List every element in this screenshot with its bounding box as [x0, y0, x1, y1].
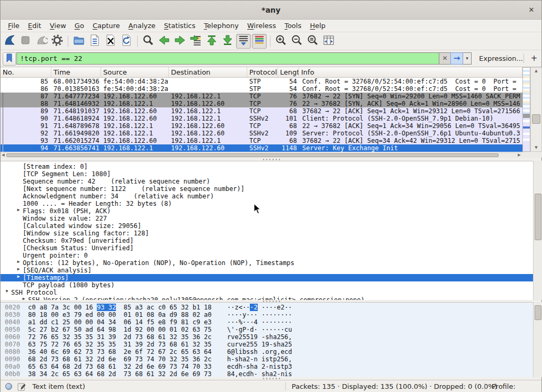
restart-capture-button[interactable]	[34, 34, 49, 49]
menu-item[interactable]: Edit	[24, 20, 46, 32]
menu-item[interactable]: File	[4, 20, 24, 32]
detail-line[interactable]: ▼ SSH Protocol	[1, 289, 533, 296]
expander-icon[interactable]: ▶	[14, 274, 23, 281]
expander-icon[interactable]	[14, 281, 23, 289]
hex-ascii[interactable]: curve255 19-sha25	[223, 341, 292, 348]
hex-ascii[interactable]: ···%···4 ········	[223, 318, 292, 326]
expander-icon[interactable]	[14, 244, 23, 252]
hex-bytes[interactable]: 72 76 65 32 35 35 31 39 2d 73 68 61 32 3…	[28, 333, 223, 341]
hex-bytes[interactable]: a1 dd c1 25 00 00 04 34 06 14 f5 e8 f9 8…	[28, 318, 223, 326]
column-header-destination[interactable]: Destination	[169, 67, 247, 77]
detail-line[interactable]: Window size value: 227	[1, 215, 533, 222]
hex-ascii[interactable]: rve25519 -sha256,	[223, 333, 292, 341]
expander-icon[interactable]: ▶	[14, 207, 23, 215]
go-forward-button[interactable]	[173, 34, 187, 49]
close-file-button[interactable]	[103, 34, 118, 49]
expander-icon[interactable]	[14, 185, 23, 193]
find-packet-button[interactable]	[141, 34, 156, 49]
packet-row[interactable]: 89 71.648191037 192.168.122.60 192.168.1…	[1, 107, 522, 115]
column-header-source[interactable]: Source	[101, 67, 169, 77]
column-header-length[interactable]: Length	[278, 67, 299, 77]
title-bar[interactable]: *any ✕	[1, 1, 541, 20]
hex-bytes[interactable]: c0 a8 7a 3c 00 16 93 32 85 a3 ac c0 65 3…	[28, 304, 223, 311]
packet-row[interactable]: 93 71.662015274 192.168.122.60 192.168.1…	[1, 137, 522, 144]
expander-icon[interactable]: ▶	[14, 267, 23, 274]
column-header-time[interactable]: Time	[51, 67, 101, 77]
hex-row[interactable]: 0060 72 76 65 32 35 35 31 39 2d 73 68 61…	[1, 333, 533, 341]
hex-row[interactable]: 0050 5c 27 b2 67 50 ad 64 98 1d 92 00 00…	[1, 326, 533, 333]
expander-icon[interactable]	[14, 163, 23, 170]
expander-icon[interactable]	[14, 252, 23, 259]
packet-list-horizontal-scrollbar[interactable]: ◀ ▶	[1, 152, 522, 158]
stop-capture-button[interactable]	[18, 34, 33, 49]
detail-line[interactable]: [TCP Segment Len: 1080]	[1, 170, 533, 178]
hex-row[interactable]: 0070 63 75 72 76 65 32 35 35 31 39 2d 73…	[1, 341, 533, 348]
scroll-right-arrow-icon[interactable]: ▶	[517, 153, 522, 158]
detail-line[interactable]: ▶ Options: (12 bytes), No-Operation (NOP…	[1, 259, 533, 267]
scrollbar-thumb[interactable]	[6, 153, 499, 157]
expander-icon[interactable]	[14, 230, 23, 237]
menu-item[interactable]: Wireless	[243, 20, 280, 32]
capture-comment-icon[interactable]	[17, 382, 26, 392]
expander-icon[interactable]	[14, 193, 23, 200]
hex-ascii[interactable]: 6@libssh .org,ecd	[223, 348, 292, 355]
hex-row[interactable]: 00a0 65 63 64 68 2d 73 68 61 32 2d 6e 69…	[1, 363, 533, 370]
hex-bytes[interactable]: 38 34 2c 65 63 64 68 2d 73 68 61 32 2d 6…	[28, 370, 223, 377]
open-file-button[interactable]	[71, 34, 86, 49]
packet-list-vertical-scrollbar[interactable]: ▲ ▼	[530, 67, 542, 152]
detail-line[interactable]: [Next sequence number: 1122 (relative se…	[1, 185, 533, 193]
hex-ascii[interactable]: h-sha2-n istp256,	[223, 355, 292, 363]
detail-line[interactable]: ▶ [Timestamps]	[1, 274, 533, 281]
detail-line[interactable]: Urgent pointer: 0	[1, 252, 533, 259]
detail-line[interactable]: 1000 .... = Header Length: 32 bytes (8)	[1, 200, 533, 207]
menu-item[interactable]: Capture	[88, 20, 124, 32]
detail-line[interactable]: ▶ Flags: 0x018 (PSH, ACK)	[1, 207, 533, 215]
hex-bytes[interactable]: 5c 27 b2 67 50 ad 64 98 1d 92 00 00 01 0…	[28, 326, 223, 333]
detail-line[interactable]: Checksum: 0x79ed [unverified]	[1, 237, 533, 244]
scrollbar-thumb[interactable]	[535, 194, 541, 240]
menu-item[interactable]: Telephony	[200, 20, 243, 32]
hex-row[interactable]: 00b0 38 34 2c 65 63 64 68 2d 73 68 61 32…	[1, 370, 533, 377]
colorize-toggle[interactable]	[252, 34, 267, 49]
filter-dropdown-button[interactable]: ▾	[463, 52, 472, 65]
column-header-info[interactable]: Info	[299, 67, 522, 77]
save-file-button[interactable]	[87, 34, 102, 49]
packet-row[interactable]: 86 70.013850163 fe:54:00:d4:38:2a STP 54…	[1, 85, 522, 93]
hex-row[interactable]: 0090 68 2d 73 68 61 32 2d 6e 69 73 74 70…	[1, 355, 533, 363]
menu-item[interactable]: Go	[70, 20, 88, 32]
hex-row[interactable]: 0040 a1 dd c1 25 00 00 04 34 06 14 f5 e8…	[1, 318, 533, 326]
detail-line[interactable]: TCP payload (1080 bytes)	[1, 281, 533, 289]
detail-line[interactable]: [Stream index: 0]	[1, 163, 533, 170]
detail-line[interactable]: [Calculated window size: 29056]	[1, 222, 533, 230]
hex-row[interactable]: 0020 c0 a8 7a 3c 00 16 93 32 85 a3 ac c0…	[1, 304, 533, 311]
expander-icon[interactable]: ▶	[20, 296, 28, 300]
expander-icon[interactable]	[14, 170, 23, 178]
zoom-in-button[interactable]	[274, 34, 288, 49]
detail-line[interactable]: [Checksum Status: Unverified]	[1, 244, 533, 252]
hex-bytes[interactable]: 65 63 64 68 2d 73 68 61 32 2d 6e 69 73 7…	[28, 363, 223, 370]
go-first-packet-button[interactable]	[204, 34, 219, 49]
scroll-left-arrow-icon[interactable]: ◀	[1, 153, 6, 158]
hex-ascii[interactable]: 84,ecdh- sha2-nis	[223, 370, 292, 377]
hex-row[interactable]: 0080 36 40 6c 69 62 73 73 68 2e 6f 72 67…	[1, 348, 533, 355]
hex-ascii[interactable]: ecdh-sha 2-nistp3	[223, 363, 292, 370]
menu-item[interactable]: Help	[305, 20, 330, 32]
hex-bytes[interactable]: 68 2d 73 68 61 32 2d 6e 69 73 74 70 32 3…	[28, 355, 223, 363]
packet-row[interactable]: 90 71.648618924 192.168.122.60 192.168.1…	[1, 115, 522, 122]
scrollbar-thumb[interactable]	[532, 114, 540, 124]
display-filter-input[interactable]	[16, 52, 439, 65]
scrollbar-thumb[interactable]	[535, 305, 541, 320]
details-vertical-scrollbar[interactable]	[533, 161, 542, 300]
hex-bytes[interactable]: 36 40 6c 69 62 73 73 68 2e 6f 72 67 2c 6…	[28, 348, 223, 355]
menu-item[interactable]: View	[46, 20, 70, 32]
menu-item[interactable]: Tools	[280, 20, 305, 32]
go-back-button[interactable]	[157, 34, 171, 49]
scroll-down-arrow-icon[interactable]: ▼	[531, 144, 541, 151]
resize-columns-button[interactable]	[321, 34, 336, 49]
start-capture-button[interactable]	[2, 34, 17, 49]
packet-row[interactable]: 94 71.663856741 192.168.122.1 192.168.12…	[1, 144, 522, 152]
hex-bytes[interactable]: 63 75 72 76 65 32 35 35 31 39 2d 73 68 6…	[28, 341, 223, 348]
expander-icon[interactable]	[14, 200, 23, 207]
hex-row[interactable]: 0030 80 18 00 e3 79 ed 00 00 01 01 08 0a…	[1, 311, 533, 318]
expression-button[interactable]: Expression...	[477, 52, 525, 65]
